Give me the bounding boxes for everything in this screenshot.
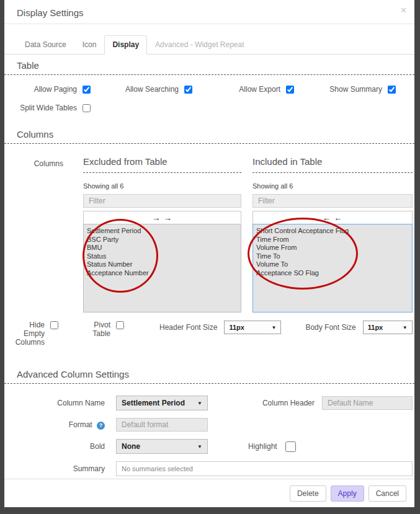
header-font-size-label: Header Font Size: [159, 323, 217, 332]
table-section-heading: Table: [4, 55, 414, 75]
close-icon[interactable]: ×: [401, 6, 406, 16]
bold-select[interactable]: None ▼: [116, 439, 208, 454]
allow-searching-label: Allow Searching: [109, 85, 179, 94]
split-wide-tables-field: Split Wide Tables: [7, 104, 110, 112]
pivot-table-checkbox[interactable]: [116, 321, 124, 329]
allow-searching-field: Allow Searching: [109, 85, 211, 94]
double-left-arrow-icon: ← ←: [323, 213, 343, 223]
included-panel-heading: Included in Table: [252, 156, 413, 173]
body-font-size-select[interactable]: 11px ▼: [363, 321, 413, 334]
advanced-section-heading: Advanced Column Settings: [4, 363, 414, 384]
list-item[interactable]: Settlement Period: [84, 227, 241, 236]
columns-row-label: Columns: [4, 156, 63, 312]
format-label: Format: [69, 420, 92, 429]
allow-searching-checkbox[interactable]: [184, 86, 192, 94]
list-item[interactable]: Time From: [253, 236, 412, 244]
show-summary-field: Show Summary: [313, 85, 414, 94]
table-options-row-1: Allow Paging Allow Searching Allow Expor…: [4, 85, 414, 94]
highlight-label: Highlight: [248, 442, 277, 451]
allow-paging-field: Allow Paging: [7, 85, 109, 94]
delete-button[interactable]: Delete: [290, 485, 326, 502]
tab-display[interactable]: Display: [104, 35, 147, 55]
summary-label: Summary: [4, 464, 105, 473]
excluded-list-wrap: Settlement Period BSC Party BMU Status S…: [83, 224, 241, 312]
hide-empty-columns-checkbox[interactable]: [50, 321, 58, 329]
tab-icon[interactable]: Icon: [74, 35, 105, 55]
excluded-count-text: Showing all 6: [83, 182, 241, 190]
format-row: Format ?: [4, 418, 414, 432]
dialog-title: Display Settings: [17, 7, 84, 18]
excluded-panel-heading: Excluded from Table: [83, 156, 241, 173]
excluded-filter-input[interactable]: [83, 194, 241, 208]
allow-export-label: Allow Export: [211, 85, 280, 94]
list-item[interactable]: Volume To: [253, 260, 412, 269]
included-count-text: Showing all 6: [252, 182, 413, 190]
included-panel: Included in Table Showing all 6 ← ← Shor…: [252, 156, 413, 312]
column-options-row: Hide Empty Columns Pivot Table Header Fo…: [4, 321, 414, 347]
show-summary-checkbox[interactable]: [388, 86, 396, 94]
caret-down-icon: ▼: [197, 401, 202, 406]
format-input[interactable]: [116, 418, 208, 432]
column-name-select[interactable]: Settlement Period ▼: [116, 396, 208, 410]
bold-label: Bold: [4, 442, 105, 451]
list-item[interactable]: Acceptance SO Flag: [253, 269, 412, 278]
dialog-header: Display Settings ×: [4, 0, 414, 24]
split-wide-tables-checkbox[interactable]: [83, 104, 91, 112]
included-list-wrap: Short Control Acceptance Flag Time From …: [252, 224, 413, 312]
column-name-label: Column Name: [4, 399, 105, 407]
tab-bar: Data Source Icon Display Advanced - Widg…: [4, 24, 414, 55]
columns-picker-row: Columns Excluded from Table Showing all …: [4, 156, 414, 312]
highlight-checkbox[interactable]: [285, 441, 296, 452]
excluded-columns-list[interactable]: Settlement Period BSC Party BMU Status S…: [83, 224, 241, 312]
summary-field[interactable]: No summaries selected: [116, 461, 413, 476]
move-all-to-excluded-button[interactable]: ← ←: [252, 211, 413, 224]
allow-paging-label: Allow Paging: [7, 85, 77, 94]
allow-export-field: Allow Export: [211, 85, 313, 94]
column-header-label: Column Header: [246, 399, 315, 407]
column-header-input[interactable]: [322, 396, 413, 410]
excluded-panel: Excluded from Table Showing all 6 → → Se…: [83, 156, 241, 312]
dialog-footer: Delete Apply Cancel: [4, 479, 414, 507]
summary-row: Summary No summaries selected: [4, 461, 414, 476]
included-filter-input[interactable]: [252, 194, 413, 208]
hide-empty-columns-label: Hide Empty Columns: [15, 321, 45, 347]
body-font-size-value: 11px: [368, 324, 383, 331]
included-columns-list[interactable]: Short Control Acceptance Flag Time From …: [252, 224, 413, 312]
apply-button[interactable]: Apply: [331, 485, 364, 502]
move-all-to-included-button[interactable]: → →: [83, 211, 241, 224]
header-font-size-value: 11px: [229, 324, 244, 331]
list-item[interactable]: BSC Party: [84, 236, 241, 244]
caret-down-icon: ▼: [271, 325, 276, 330]
format-label-group: Format ?: [4, 420, 105, 430]
split-wide-tables-label: Split Wide Tables: [7, 104, 77, 112]
list-item[interactable]: Volume From: [253, 244, 412, 252]
column-name-value: Settlement Period: [122, 399, 185, 407]
help-icon[interactable]: ?: [97, 422, 105, 430]
list-item[interactable]: Short Control Acceptance Flag: [253, 227, 412, 236]
list-item[interactable]: Time To: [253, 252, 412, 261]
column-name-row: Column Name Settlement Period ▼ Column H…: [4, 396, 414, 410]
columns-section-heading: Columns: [4, 123, 414, 144]
table-options-row-2: Split Wide Tables: [4, 104, 414, 112]
list-item[interactable]: Acceptance Number: [84, 269, 241, 278]
list-item[interactable]: BMU: [84, 244, 241, 252]
body-font-size-label: Body Font Size: [305, 323, 355, 332]
bold-row: Bold None ▼ Highlight: [4, 439, 414, 454]
double-right-arrow-icon: → →: [152, 213, 172, 223]
cancel-button[interactable]: Cancel: [369, 485, 406, 502]
allow-paging-checkbox[interactable]: [83, 86, 91, 94]
allow-export-checkbox[interactable]: [286, 86, 294, 94]
list-item[interactable]: Status: [84, 252, 241, 261]
show-summary-label: Show Summary: [313, 85, 382, 94]
caret-down-icon: ▼: [403, 325, 408, 330]
bold-value: None: [122, 442, 140, 451]
display-settings-dialog: Display Settings × Data Source Icon Disp…: [4, 0, 414, 507]
tab-advanced-widget-repeat[interactable]: Advanced - Widget Repeat: [147, 35, 252, 55]
tab-data-source[interactable]: Data Source: [17, 35, 74, 55]
header-font-size-select[interactable]: 11px ▼: [224, 321, 281, 334]
pivot-table-label: Pivot Table: [88, 321, 110, 338]
caret-down-icon: ▼: [197, 444, 202, 450]
list-item[interactable]: Status Number: [84, 260, 241, 269]
